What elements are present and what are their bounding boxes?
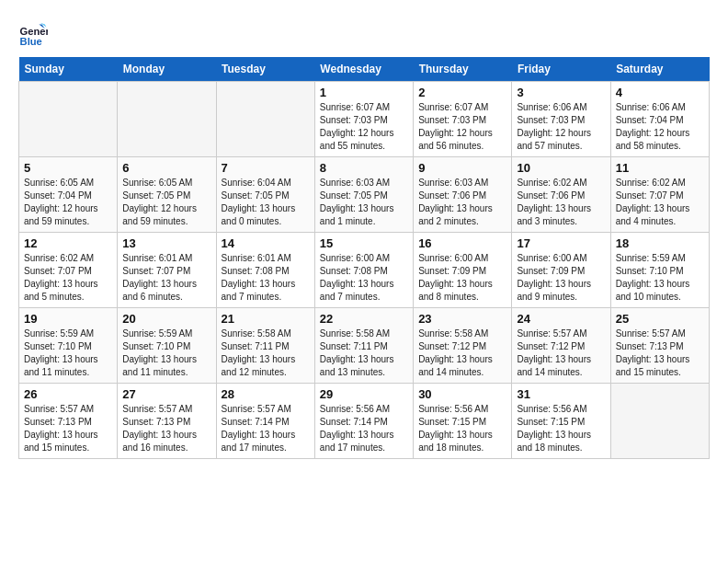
day-info: Sunrise: 5:57 AMSunset: 7:13 PMDaylight:…: [616, 327, 704, 379]
day-number: 28: [222, 387, 310, 401]
day-cell: [216, 82, 314, 157]
day-cell: 30Sunrise: 5:56 AMSunset: 7:15 PMDayligh…: [414, 384, 512, 459]
day-info: Sunrise: 6:05 AMSunset: 7:05 PMDaylight:…: [122, 177, 210, 228]
day-info: Sunrise: 5:59 AMSunset: 7:10 PMDaylight:…: [122, 327, 210, 379]
weekday-saturday: Saturday: [610, 57, 709, 82]
day-info: Sunrise: 5:58 AMSunset: 7:12 PMDaylight:…: [418, 327, 506, 379]
day-info: Sunrise: 6:02 AMSunset: 7:06 PMDaylight:…: [517, 177, 605, 228]
calendar-table: SundayMondayTuesdayWednesdayThursdayFrid…: [18, 57, 710, 459]
svg-text:Blue: Blue: [20, 36, 42, 47]
day-info: Sunrise: 5:58 AMSunset: 7:11 PMDaylight:…: [222, 327, 310, 379]
day-number: 6: [122, 161, 210, 175]
day-info: Sunrise: 5:56 AMSunset: 7:15 PMDaylight:…: [418, 403, 506, 454]
day-info: Sunrise: 5:59 AMSunset: 7:10 PMDaylight:…: [616, 252, 704, 304]
calendar-body: 1Sunrise: 6:07 AMSunset: 7:03 PMDaylight…: [19, 82, 710, 459]
day-number: 1: [320, 86, 408, 99]
day-info: Sunrise: 5:59 AMSunset: 7:10 PMDaylight:…: [24, 327, 112, 379]
day-number: 15: [320, 236, 408, 250]
day-number: 13: [122, 236, 210, 250]
day-cell: 5Sunrise: 6:05 AMSunset: 7:04 PMDaylight…: [19, 157, 118, 233]
day-info: Sunrise: 6:00 AMSunset: 7:09 PMDaylight:…: [418, 252, 506, 304]
day-info: Sunrise: 5:56 AMSunset: 7:14 PMDaylight:…: [320, 403, 408, 454]
day-info: Sunrise: 5:57 AMSunset: 7:13 PMDaylight:…: [122, 403, 210, 454]
day-number: 14: [222, 236, 310, 250]
day-info: Sunrise: 6:03 AMSunset: 7:06 PMDaylight:…: [418, 177, 506, 228]
day-info: Sunrise: 6:03 AMSunset: 7:05 PMDaylight:…: [320, 177, 408, 228]
day-number: 10: [517, 161, 605, 175]
day-cell: 20Sunrise: 5:59 AMSunset: 7:10 PMDayligh…: [118, 308, 216, 384]
day-number: 16: [418, 236, 506, 250]
day-info: Sunrise: 6:05 AMSunset: 7:04 PMDaylight:…: [24, 177, 112, 228]
day-info: Sunrise: 5:58 AMSunset: 7:11 PMDaylight:…: [320, 327, 408, 379]
day-cell: 15Sunrise: 6:00 AMSunset: 7:08 PMDayligh…: [314, 233, 413, 308]
week-row-2: 5Sunrise: 6:05 AMSunset: 7:04 PMDaylight…: [19, 157, 710, 233]
day-cell: 23Sunrise: 5:58 AMSunset: 7:12 PMDayligh…: [414, 308, 512, 384]
day-cell: 31Sunrise: 5:56 AMSunset: 7:15 PMDayligh…: [512, 384, 610, 459]
week-row-5: 26Sunrise: 5:57 AMSunset: 7:13 PMDayligh…: [19, 384, 710, 459]
day-number: 22: [320, 312, 408, 326]
day-number: 25: [616, 312, 704, 326]
day-number: 23: [418, 312, 506, 326]
day-cell: [610, 384, 709, 459]
day-cell: 22Sunrise: 5:58 AMSunset: 7:11 PMDayligh…: [314, 308, 413, 384]
weekday-monday: Monday: [118, 57, 216, 82]
logo-icon: General Blue: [18, 18, 48, 48]
day-cell: 19Sunrise: 5:59 AMSunset: 7:10 PMDayligh…: [19, 308, 118, 384]
week-row-4: 19Sunrise: 5:59 AMSunset: 7:10 PMDayligh…: [19, 308, 710, 384]
day-cell: 1Sunrise: 6:07 AMSunset: 7:03 PMDaylight…: [314, 82, 413, 157]
weekday-sunday: Sunday: [19, 57, 118, 82]
day-number: 24: [517, 312, 605, 326]
weekday-wednesday: Wednesday: [314, 57, 413, 82]
day-number: 4: [616, 86, 704, 99]
day-number: 3: [517, 86, 605, 99]
day-cell: 29Sunrise: 5:56 AMSunset: 7:14 PMDayligh…: [314, 384, 413, 459]
day-cell: 3Sunrise: 6:06 AMSunset: 7:03 PMDaylight…: [512, 82, 610, 157]
day-number: 8: [320, 161, 408, 175]
day-number: 19: [24, 312, 112, 326]
day-info: Sunrise: 6:00 AMSunset: 7:09 PMDaylight:…: [517, 252, 605, 304]
weekday-friday: Friday: [512, 57, 610, 82]
page-header: General Blue: [18, 18, 710, 48]
day-number: 31: [517, 387, 605, 401]
day-cell: 12Sunrise: 6:02 AMSunset: 7:07 PMDayligh…: [19, 233, 118, 308]
day-info: Sunrise: 6:06 AMSunset: 7:04 PMDaylight:…: [616, 101, 704, 153]
day-cell: 14Sunrise: 6:01 AMSunset: 7:08 PMDayligh…: [216, 233, 314, 308]
day-cell: 8Sunrise: 6:03 AMSunset: 7:05 PMDaylight…: [314, 157, 413, 233]
day-cell: 7Sunrise: 6:04 AMSunset: 7:05 PMDaylight…: [216, 157, 314, 233]
day-number: 12: [24, 236, 112, 250]
day-cell: 10Sunrise: 6:02 AMSunset: 7:06 PMDayligh…: [512, 157, 610, 233]
day-cell: 26Sunrise: 5:57 AMSunset: 7:13 PMDayligh…: [19, 384, 118, 459]
day-info: Sunrise: 5:57 AMSunset: 7:14 PMDaylight:…: [222, 403, 310, 454]
day-cell: 11Sunrise: 6:02 AMSunset: 7:07 PMDayligh…: [610, 157, 709, 233]
day-info: Sunrise: 6:04 AMSunset: 7:05 PMDaylight:…: [222, 177, 310, 228]
day-cell: 17Sunrise: 6:00 AMSunset: 7:09 PMDayligh…: [512, 233, 610, 308]
day-number: 2: [418, 86, 506, 99]
day-number: 29: [320, 387, 408, 401]
day-number: 30: [418, 387, 506, 401]
day-cell: 28Sunrise: 5:57 AMSunset: 7:14 PMDayligh…: [216, 384, 314, 459]
day-number: 18: [616, 236, 704, 250]
day-cell: 9Sunrise: 6:03 AMSunset: 7:06 PMDaylight…: [414, 157, 512, 233]
day-cell: 4Sunrise: 6:06 AMSunset: 7:04 PMDaylight…: [610, 82, 709, 157]
day-number: 11: [616, 161, 704, 175]
day-number: 26: [24, 387, 112, 401]
day-info: Sunrise: 6:00 AMSunset: 7:08 PMDaylight:…: [320, 252, 408, 304]
day-cell: 27Sunrise: 5:57 AMSunset: 7:13 PMDayligh…: [118, 384, 216, 459]
day-number: 9: [418, 161, 506, 175]
day-info: Sunrise: 6:06 AMSunset: 7:03 PMDaylight:…: [517, 101, 605, 153]
day-number: 7: [222, 161, 310, 175]
day-number: 17: [517, 236, 605, 250]
weekday-header-row: SundayMondayTuesdayWednesdayThursdayFrid…: [19, 57, 710, 82]
day-number: 21: [222, 312, 310, 326]
day-info: Sunrise: 6:07 AMSunset: 7:03 PMDaylight:…: [418, 101, 506, 153]
week-row-1: 1Sunrise: 6:07 AMSunset: 7:03 PMDaylight…: [19, 82, 710, 157]
day-number: 20: [122, 312, 210, 326]
day-number: 5: [24, 161, 112, 175]
day-info: Sunrise: 6:01 AMSunset: 7:08 PMDaylight:…: [222, 252, 310, 304]
day-cell: 2Sunrise: 6:07 AMSunset: 7:03 PMDaylight…: [414, 82, 512, 157]
weekday-thursday: Thursday: [414, 57, 512, 82]
day-cell: [19, 82, 118, 157]
day-info: Sunrise: 5:57 AMSunset: 7:13 PMDaylight:…: [24, 403, 112, 454]
week-row-3: 12Sunrise: 6:02 AMSunset: 7:07 PMDayligh…: [19, 233, 710, 308]
day-info: Sunrise: 6:02 AMSunset: 7:07 PMDaylight:…: [24, 252, 112, 304]
